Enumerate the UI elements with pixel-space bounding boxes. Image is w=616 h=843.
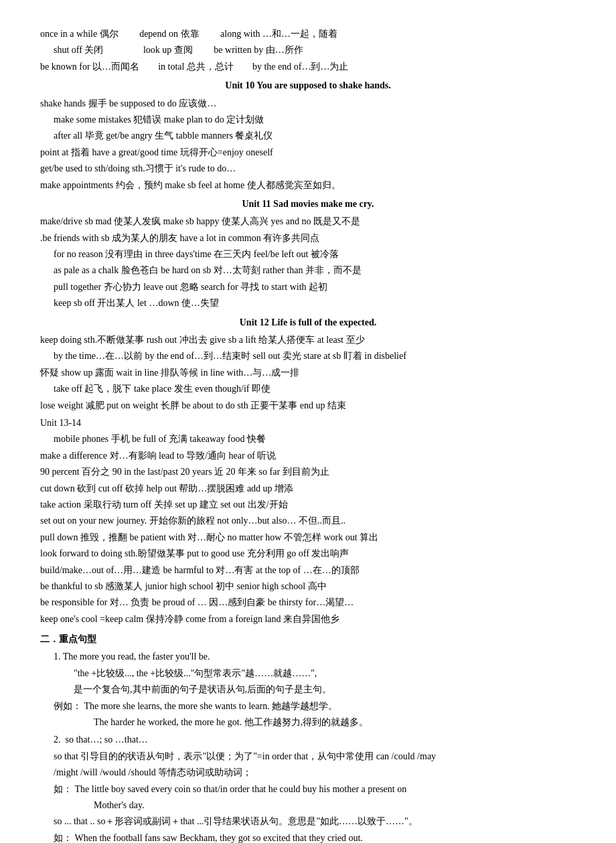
- item1-example-label: 例如： The more she learns, the more she wa…: [54, 699, 576, 714]
- item1-example1-text: The more she learns, the more she wants …: [84, 701, 338, 711]
- unit12-line3: 怀疑 show up 露面 wait in line 排队等候 in line …: [40, 366, 576, 380]
- phrase-row-1: once in a while 偶尔 depend on 依靠 along wi…: [40, 27, 576, 42]
- unit1314-line12: keep one's cool =keep calm 保持冷静 come fro…: [40, 612, 576, 627]
- item1-text: 1. The more you read, the faster you'll …: [54, 649, 576, 664]
- item2-explanation1: so that 引导目的的状语从句时，表示"以便；为了"=in order th…: [54, 749, 576, 764]
- phrase-in-total: in total 总共，总计: [158, 62, 234, 72]
- unit1314-line5: take action 采取行动 turn off 关掉 set up 建立 s…: [40, 497, 576, 512]
- unit11-line3: for no reason 没有理由 in three days'time 在三…: [40, 247, 576, 262]
- unit1314-line10: be thankful to sb 感激某人 junior high schoo…: [40, 579, 576, 594]
- phrase-look-up: look up 查阅: [143, 45, 193, 55]
- unit10-line3: after all 毕竟 get/be angry 生气 tabble mann…: [40, 129, 576, 143]
- unit11-line2: .be friends with sb 成为某人的朋友 have a lot i…: [40, 231, 576, 246]
- phrase-known-for: be known for 以…而闻名: [40, 62, 139, 72]
- unit1314-line7: pull down 推毁，推翻 be patient with 对…耐心 no …: [40, 530, 576, 545]
- unit12-title: Unit 12 Life is full of the expected.: [40, 315, 576, 330]
- item2-explanation3: so ... that .. so＋形容词或副词＋that ...引导结果状语从…: [54, 814, 576, 829]
- unit12-line5: lose weight 减肥 put on weight 长胖 be about…: [40, 398, 576, 413]
- item2: 2. so that…; so …that… so that 引导目的的状语从句…: [54, 733, 576, 843]
- unit1314-line1: mobile phones 手机 be full of 充满 takeaway …: [40, 432, 576, 447]
- unit10-line1: shake hands 握手 be supposed to do 应该做…: [40, 96, 576, 111]
- unit1314-line9: build/make…out of…用…建造 be harmful to 对…有…: [40, 563, 576, 578]
- unit1314-line2: make a difference 对…有影响 lead to 导致/通向 he…: [40, 449, 576, 463]
- unit1314-line6: set out on your new journey. 开始你新的旅程 not…: [40, 514, 576, 528]
- unit11-line6: keep sb off 开出某人 let …down 使…失望: [40, 296, 576, 311]
- item2-num: 2.: [54, 735, 61, 745]
- unit12-line4: take off 起飞，脱下 take place 发生 even though…: [40, 382, 576, 396]
- unit1314-line8: look forward to doing sth.盼望做某事 put to g…: [40, 546, 576, 561]
- phrase-along-with: along with …和…一起，随着: [220, 29, 337, 39]
- phrase-shut-off: shut off 关闭: [54, 45, 103, 55]
- unit10-title: Unit 10 You are supposed to shake hands.: [40, 78, 576, 93]
- item1-explanation1: "the +比较级..., the +比较级..."句型常表示"越……就越……"…: [74, 666, 576, 681]
- item1-num: 1.: [54, 652, 61, 662]
- unit1314-title: Unit 13-14: [40, 416, 576, 431]
- phrase-written-by: be written by 由…所作: [214, 45, 303, 55]
- item1-example2: The harder he worked, the more he got. 他…: [54, 715, 576, 730]
- unit10-line5: get/be used to sth/doing sth.习惯于 it's ru…: [40, 161, 576, 176]
- unit12-line1: keep doing sth.不断做某事 rush out 冲出去 give s…: [40, 333, 576, 348]
- item1-example-label-text: 例如：: [54, 701, 82, 711]
- page-content: once in a while 偶尔 depend on 依靠 along wi…: [40, 27, 576, 843]
- phrase-row-3: be known for 以…而闻名 in total 总共，总计 by the…: [40, 60, 576, 74]
- phrase-row-2: shut off 关闭 look up 查阅 be written by 由…所…: [40, 43, 576, 58]
- item1: 1. The more you read, the faster you'll …: [54, 649, 576, 730]
- section2-title: 二．重点句型: [40, 632, 576, 647]
- item2-example2: 如： When the football fans saw Beckham, t…: [54, 831, 576, 843]
- item2-example-label: 如：: [54, 784, 72, 794]
- item2-example1-text: The little boy saved every coin so that/…: [75, 784, 407, 794]
- unit1314-line3: 90 percent 百分之 90 in the last/past 20 ye…: [40, 465, 576, 479]
- unit11-title: Unit 11 Sad movies make me cry.: [40, 197, 576, 212]
- item2-example1: 如： The little boy saved every coin so th…: [54, 782, 576, 797]
- unit11-line4: as pale as a chalk 脸色苍白 be hard on sb 对……: [40, 263, 576, 278]
- unit10-line4: point at 指着 have a great/good time 玩得开心=…: [40, 145, 576, 160]
- item1-sentence: The more you read, the faster you'll be.: [63, 652, 210, 662]
- unit11-line1: make/drive sb mad 使某人发疯 make sb happy 使某…: [40, 214, 576, 229]
- unit1314-line4: cut down 砍到 cut off 砍掉 help out 帮助…摆脱困难 …: [40, 481, 576, 496]
- item2-explanation2: /might /will /would /should 等情态动词或助动词；: [54, 765, 576, 780]
- item1-explanation2: 是一个复合句,其中前面的句子是状语从句,后面的句子是主句。: [74, 682, 576, 697]
- item2-example2-text: When the football fans saw Beckham, they…: [75, 833, 363, 843]
- phrase-once-in-a-while: once in a while 偶尔: [40, 29, 119, 39]
- phrase-by-end-of: by the end of…到…为止: [252, 62, 348, 72]
- item2-sentence: so that…; so …that…: [66, 735, 148, 745]
- phrase-depend-on: depend on 依靠: [139, 29, 199, 39]
- item2-example1-cont: Mother's day.: [54, 798, 576, 813]
- unit11-line5: pull together 齐心协力 leave out 忽略 search f…: [40, 280, 576, 295]
- item2-text: 2. so that…; so …that…: [54, 733, 576, 747]
- unit12-line2: by the time…在…以前 by the end of…到…结束时 sel…: [40, 349, 576, 364]
- unit10-line6: make appointments 约会，预约 make sb feel at …: [40, 178, 576, 193]
- item2-example2-label: 如：: [54, 833, 72, 843]
- unit1314-line11: be responsible for 对… 负责 be proud of … 因…: [40, 595, 576, 610]
- unit10-line2: make some mistakes 犯错误 make plan to do 定…: [40, 112, 576, 127]
